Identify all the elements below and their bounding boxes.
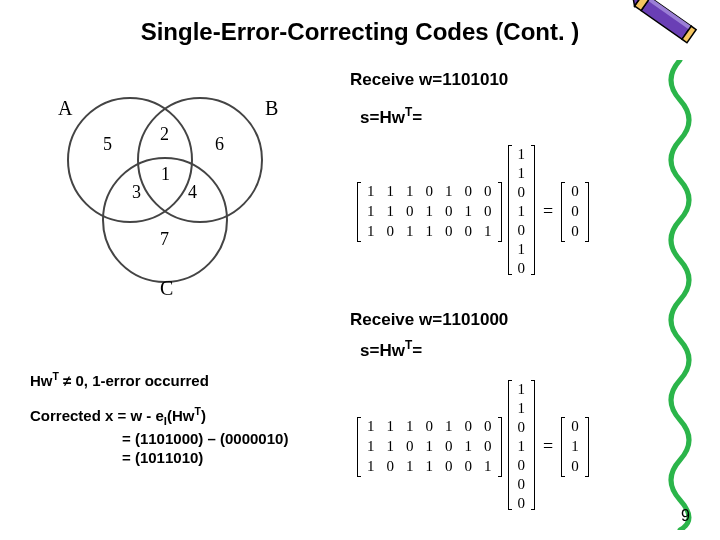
matrix-equation-1: 1110100 1101010 1011001 110 101 0 = 000 — [355, 145, 591, 278]
venn-region-5: 5 — [103, 134, 112, 154]
matrix-equation-2: 1110100 1101010 1011001 110 100 0 = 010 — [355, 380, 591, 513]
syndrome-eq-1: s=HwT= — [360, 105, 422, 128]
venn-region-7: 7 — [160, 229, 169, 249]
venn-region-1: 1 — [161, 164, 170, 184]
svg-rect-0 — [641, 0, 691, 39]
page-number: 9 — [681, 507, 690, 525]
squiggle-decoration — [660, 60, 700, 530]
w-vector-2: 110 100 0 — [512, 380, 532, 513]
venn-region-2: 2 — [160, 124, 169, 144]
svg-point-6 — [138, 98, 262, 222]
venn-region-3: 3 — [132, 182, 141, 202]
result-vector-2: 010 — [565, 417, 585, 477]
svg-point-5 — [68, 98, 192, 222]
page-title: Single-Error-Correcting Codes (Cont. ) — [20, 18, 700, 46]
venn-label-b: B — [265, 97, 278, 119]
venn-label-a: A — [58, 97, 73, 119]
error-note: HwT ≠ 0, 1-error occurred — [30, 370, 209, 389]
venn-region-6: 6 — [215, 134, 224, 154]
venn-label-c: C — [160, 277, 173, 299]
receive-line-2: Receive w=1101000 — [350, 310, 508, 330]
corrected-block: Corrected x = w - eI(HwT) = (1101000) – … — [30, 405, 288, 468]
venn-region-4: 4 — [188, 182, 197, 202]
receive-line-1: Receive w=1101010 — [350, 70, 508, 90]
venn-diagram: A B C 5 2 6 3 1 4 7 — [40, 80, 300, 300]
result-vector-1: 000 — [565, 182, 585, 242]
syndrome-eq-2: s=HwT= — [360, 338, 422, 361]
H-matrix: 1110100 1101010 1011001 — [361, 182, 498, 242]
w-vector-1: 110 101 0 — [512, 145, 532, 278]
